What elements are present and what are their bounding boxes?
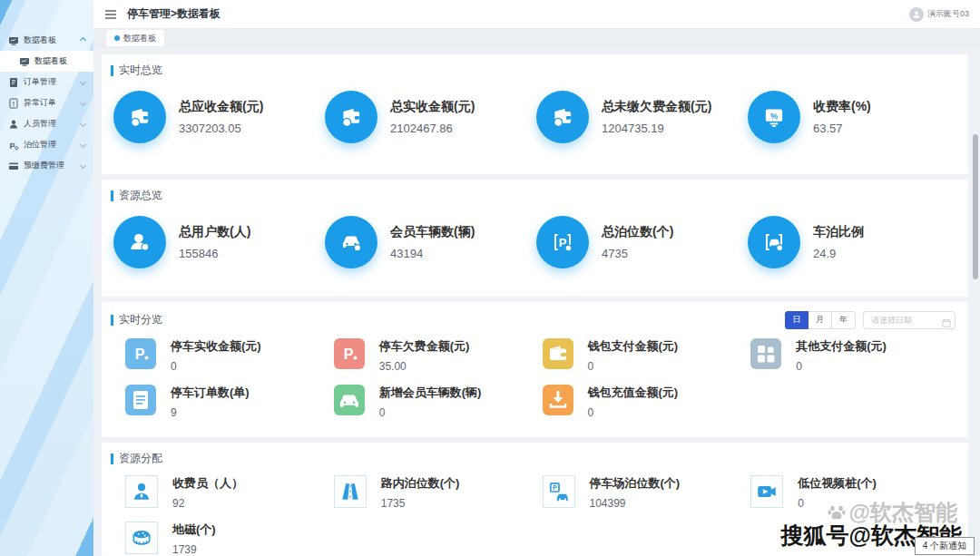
section-title: 资源分配 — [119, 451, 162, 466]
date-picker — [863, 310, 956, 329]
stat-label: 总实收金额(元) — [390, 99, 475, 115]
chevron-down-icon — [80, 100, 86, 106]
toll-collector-icon — [125, 475, 158, 508]
section-header: 资源分配 — [102, 443, 968, 466]
alloc-card-geomagnetic: 地磁(个)1739 — [125, 522, 334, 556]
detail-value: 0 — [796, 360, 887, 373]
detail-label: 停车订单数(单) — [171, 385, 250, 401]
stat-value: 63.57 — [813, 122, 871, 135]
detail-card-parking-arrears: P 停车欠费金额(元)35.00 — [334, 338, 543, 373]
alloc-label: 停车场泊位数(个) — [590, 475, 681, 492]
section-header: 实时分览 日 月 年 — [102, 302, 968, 329]
prepay-icon — [8, 161, 19, 171]
filter-month-button[interactable]: 月 — [808, 311, 832, 329]
chevron-down-icon — [80, 162, 86, 169]
wallet-receivable-icon — [113, 91, 166, 143]
sidebar-subitem-dashboard-active[interactable]: 数据看板 — [0, 51, 93, 72]
section-realtime-overview: 实时总览 总应收金额(元)3307203.05 总实收金额(元)2102467.… — [102, 54, 968, 174]
sidebar-item-dashboard[interactable]: 数据看板 — [0, 30, 93, 51]
new-member-car-icon — [334, 385, 365, 415]
stat-card-car-berth-ratio: 车泊比例24.9 — [748, 216, 959, 268]
date-filter-group: 日 月 年 — [785, 310, 956, 329]
svg-text:P: P — [135, 346, 145, 362]
stat-card-member-vehicles: 会员车辆数(辆)43194 — [325, 216, 536, 268]
detail-label: 停车实收金额(元) — [171, 338, 261, 355]
svg-text:%: % — [770, 112, 778, 121]
alloc-card-toll-collectors: 收费员（人）92 — [125, 475, 334, 510]
alloc-card-roadside-berths: 路内泊位数(个)1735 — [334, 475, 543, 510]
dashboard-icon — [8, 35, 19, 46]
chevron-up-icon — [80, 37, 86, 44]
detail-card-parking-orders: 停车订单数(单)9 — [125, 385, 334, 419]
parking-orders-icon — [125, 385, 156, 415]
section-title: 实时总览 — [119, 63, 162, 78]
chevron-down-icon — [80, 79, 86, 85]
alloc-value: 0 — [798, 497, 877, 510]
alloc-card-parking-lot-berths: P 停车场泊位数(个)104399 — [543, 475, 751, 510]
svg-text:!: ! — [13, 100, 15, 106]
section-accent-bar — [111, 190, 113, 201]
stat-card-total-users: 总用户数(人)155846 — [113, 216, 325, 268]
tab-dashboard[interactable]: 数据看板 — [106, 30, 164, 46]
section-realtime-detail: 实时分览 日 月 年 P — [102, 302, 968, 437]
sidebar-item-prepay[interactable]: 预缴费管理 — [0, 155, 93, 176]
people-icon — [8, 119, 19, 130]
stat-label: 总未缴欠费金额(元) — [602, 99, 711, 115]
detail-label: 其他支付金额(元) — [796, 338, 887, 355]
detail-label: 新增会员车辆数(辆) — [379, 385, 482, 401]
fee-rate-icon: % — [748, 91, 800, 143]
alloc-value: 1735 — [381, 497, 460, 510]
user-menu[interactable]: 演示账号03 — [909, 7, 969, 22]
stat-card-total-received: 总实收金额(元)2102467.86 — [325, 91, 536, 143]
detail-card-parking-received: P 停车实收金额(元)0 — [125, 338, 334, 373]
calendar-icon[interactable] — [942, 315, 951, 331]
stat-value: 155846 — [179, 247, 250, 260]
sidebar-item-label: 数据看板 — [24, 34, 56, 46]
chevron-down-icon — [80, 141, 86, 148]
parking-dashboard-app: 数据看板 数据看板 订单管理 ! 异常订单 人员 — [0, 0, 980, 556]
svg-text:P: P — [10, 141, 15, 150]
stat-label: 会员车辆数(辆) — [390, 224, 475, 240]
order-icon — [8, 77, 19, 88]
detail-label: 钱包充值金额(元) — [588, 385, 679, 401]
stat-value: 24.9 — [813, 247, 864, 260]
sidebar-item-label: 异常订单 — [24, 97, 56, 109]
detail-value: 0 — [379, 406, 482, 419]
stat-label: 收费率(%) — [813, 99, 871, 115]
stat-label: 车泊比例 — [813, 224, 864, 240]
sidebar-item-orders[interactable]: 订单管理 — [0, 72, 93, 93]
alloc-value: 1739 — [172, 543, 216, 556]
wallet-pay-icon — [543, 338, 573, 369]
wallet-arrears-icon — [536, 91, 589, 143]
geomagnetic-icon — [125, 522, 158, 554]
filter-year-button[interactable]: 年 — [832, 311, 856, 329]
stat-cards-row: 总用户数(人)155846 会员车辆数(辆)43194 P 总泊位数(个)473… — [102, 203, 968, 268]
filter-day-button[interactable]: 日 — [785, 311, 808, 329]
stat-value: 3307203.05 — [179, 122, 263, 135]
section-accent-bar — [111, 454, 113, 464]
stat-card-total-receivable: 总应收金额(元)3307203.05 — [113, 91, 325, 143]
parking-spaces-icon: P — [536, 216, 589, 268]
notification-toast[interactable]: 4 个新通知 — [915, 537, 975, 555]
alloc-label: 路内泊位数(个) — [381, 475, 460, 492]
sidebar-item-abnormal-orders[interactable]: ! 异常订单 — [0, 93, 93, 113]
alloc-value: 104399 — [590, 497, 681, 510]
alloc-label: 低位视频桩(个) — [798, 475, 877, 492]
stat-card-total-berths: P 总泊位数(个)4735 — [536, 216, 748, 268]
scrollbar-thumb[interactable] — [973, 134, 978, 279]
sidebar-item-people[interactable]: 人员管理 — [0, 113, 93, 134]
users-icon — [113, 216, 166, 268]
detail-value: 35.00 — [379, 360, 470, 373]
detail-card-wallet-recharge: 钱包充值金额(元)0 — [543, 385, 751, 419]
stat-label: 总用户数(人) — [179, 224, 250, 240]
alloc-card-video-piles: 低位视频桩(个)0 — [750, 475, 959, 510]
detail-value: 0 — [588, 406, 679, 419]
stat-card-unpaid-arrears: 总未缴欠费金额(元)1204735.19 — [536, 91, 748, 143]
main-content: 实时总览 总应收金额(元)3307203.05 总实收金额(元)2102467.… — [93, 48, 980, 556]
alloc-value: 92 — [172, 497, 243, 510]
menu-collapse-icon[interactable] — [104, 9, 117, 20]
sidebar-item-berth[interactable]: P 泊位管理 — [0, 134, 93, 155]
section-accent-bar — [111, 315, 113, 326]
chevron-down-icon — [80, 121, 86, 127]
svg-text:P: P — [343, 346, 353, 362]
